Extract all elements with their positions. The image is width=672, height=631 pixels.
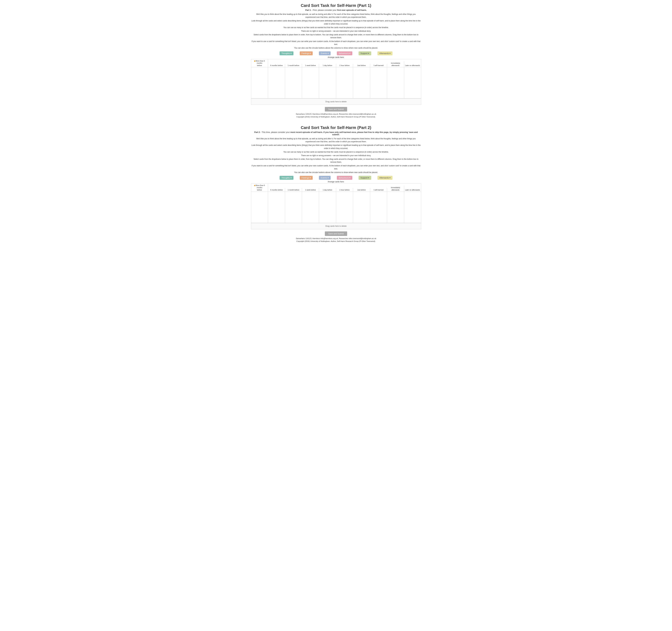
col-header-5: 1 hour before (336, 188, 353, 192)
grid-col-6[interactable] (353, 67, 370, 98)
part2-subtitle-label: Part 2 (254, 131, 260, 133)
part2-title: Card Sort Task for Self-Harm (Part 2) (251, 125, 421, 130)
grid-col-8[interactable] (387, 192, 404, 223)
afterwards-dropdown-1[interactable]: Afterwards ▾ (378, 51, 392, 55)
col-header-4: 1 day before (319, 188, 336, 192)
part1-save-row: Save and Submit (251, 107, 421, 112)
afterwards-dropdown-2[interactable]: Afterwards ▾ (378, 176, 392, 180)
col-label-3: 1 week before (305, 65, 316, 66)
col-header-7: I self-harmed (370, 64, 387, 67)
col-label-8: Immediately afterwards (391, 62, 400, 66)
col-header-4: 1 day before (319, 64, 336, 67)
col-header-7: I self-harmed (370, 188, 387, 192)
col-label-1: 6 months before (270, 189, 283, 191)
col-header-9: Later on afterwards (404, 64, 421, 67)
part1-section: Card Sort Task for Self-Harm (Part 1) Pa… (251, 3, 421, 118)
grid-col-9[interactable] (404, 192, 421, 223)
part2-save-button[interactable]: Save and Submit (325, 231, 347, 236)
col-label-5: 1 hour before (339, 189, 350, 191)
grid-col-3[interactable] (302, 192, 319, 223)
part2-footer2: Copyright (2016) University of Nottingha… (251, 240, 421, 242)
col-label-5: 1 hour before (339, 65, 350, 66)
part1-subtitle-label: Part 1 (305, 9, 311, 11)
grid-col-4[interactable] (319, 67, 336, 98)
col-label-3: 1 week before (305, 189, 316, 191)
thoughts-dropdown-2[interactable]: Thoughts ▾ (280, 176, 293, 180)
part1-delete-box[interactable]: Drag cards here to delete (251, 98, 421, 105)
events-dropdown-2[interactable]: Events ▾ (319, 176, 331, 180)
grid-col-9[interactable] (404, 67, 421, 98)
grid-col-7[interactable] (370, 67, 387, 98)
part1-subtitle: Part 1 - First, please consider your fir… (251, 9, 421, 11)
part2-footer1: Samaritans 116123, Harmless info@harmles… (251, 237, 421, 239)
col-label-6: Just before (357, 65, 366, 66)
col-header-6: Just before (353, 188, 370, 192)
part2-subtitle: Part 2 - This time, please consider your… (251, 131, 421, 136)
part1-instructions: We'd like you to think about the time le… (251, 13, 421, 49)
col-header-1: 6 months before (268, 188, 285, 192)
col-header-1: 6 months before (268, 64, 285, 67)
thoughts-dropdown-1[interactable]: Thoughts ▾ (280, 51, 293, 55)
feelings-dropdown-2[interactable]: Feelings ▾ (300, 176, 313, 180)
part1-title: Card Sort Task for Self-Harm (Part 1) (251, 3, 421, 8)
col-label-4: 1 day before (323, 65, 332, 66)
col-dot-icon (254, 61, 255, 62)
col-label-0: More than 6 months before (256, 60, 265, 66)
grid-col-4[interactable] (319, 192, 336, 223)
part1-dropdown-row: Thoughts ▾Feelings ▾Events ▾Behaviours ▾… (251, 51, 421, 55)
behaviours-dropdown-1[interactable]: Behaviours ▾ (337, 51, 353, 55)
support-dropdown-2[interactable]: Support ▾ (359, 176, 371, 180)
part1-arrange-label: Arrange cards here: (251, 56, 421, 59)
part2-grid[interactable] (251, 192, 421, 223)
grid-col-1[interactable] (268, 192, 285, 223)
col-header-0: More than 6 months before (251, 59, 268, 67)
col-header-6: Just before (353, 64, 370, 67)
grid-col-0[interactable] (251, 192, 268, 223)
part1-save-button[interactable]: Save and Submit (325, 107, 347, 112)
col-dot-icon (254, 185, 255, 186)
col-header-2: 1 month before (285, 64, 302, 67)
col-header-8: Immediately afterwards (387, 61, 404, 67)
behaviours-dropdown-2[interactable]: Behaviours ▾ (337, 176, 353, 180)
grid-col-2[interactable] (285, 67, 302, 98)
col-header-3: 1 week before (302, 188, 319, 192)
grid-col-2[interactable] (285, 192, 302, 223)
part1-timeline-header: More than 6 months before6 months before… (251, 59, 421, 67)
col-header-0: More than 6 months before (251, 184, 268, 192)
part1-footer1: Samaritans 116123, Harmless info@harmles… (251, 113, 421, 115)
grid-col-6[interactable] (353, 192, 370, 223)
part1-grid[interactable] (251, 67, 421, 98)
col-label-7: I self-harmed (374, 65, 384, 66)
events-dropdown-1[interactable]: Events ▾ (319, 51, 331, 55)
grid-col-7[interactable] (370, 192, 387, 223)
col-label-8: Immediately afterwards (391, 187, 400, 191)
col-label-7: I self-harmed (374, 189, 384, 191)
grid-col-5[interactable] (336, 67, 353, 98)
grid-col-0[interactable] (251, 67, 268, 98)
feelings-dropdown-1[interactable]: Feelings ▾ (300, 51, 313, 55)
col-header-9: Later on afterwards (404, 188, 421, 192)
part1-subtitle-bold: first ever episode of self-harm. (337, 9, 367, 11)
col-header-2: 1 month before (285, 188, 302, 192)
part2-dropdown-row: Thoughts ▾Feelings ▾Events ▾Behaviours ▾… (251, 176, 421, 180)
col-label-6: Just before (357, 189, 366, 191)
grid-col-3[interactable] (302, 67, 319, 98)
grid-col-8[interactable] (387, 67, 404, 98)
col-header-5: 1 hour before (336, 64, 353, 67)
col-label-2: 1 month before (288, 65, 299, 66)
col-label-2: 1 month before (288, 189, 299, 191)
col-label-9: Later on afterwards (405, 189, 420, 191)
col-label-4: 1 day before (323, 189, 332, 191)
part2-save-row: Save and Submit (251, 231, 421, 236)
part2-delete-box[interactable]: Drag cards here to delete (251, 223, 421, 229)
part2-timeline-header: More than 6 months before6 months before… (251, 184, 421, 192)
grid-col-5[interactable] (336, 192, 353, 223)
part2-section: Card Sort Task for Self-Harm (Part 2) Pa… (251, 125, 421, 242)
col-header-3: 1 week before (302, 64, 319, 67)
part2-instructions: We'd like you to think about the time le… (251, 137, 421, 174)
grid-col-1[interactable] (268, 67, 285, 98)
support-dropdown-1[interactable]: Support ▾ (359, 51, 371, 55)
col-label-9: Later on afterwards (405, 65, 420, 66)
col-header-8: Immediately afterwards (387, 186, 404, 192)
col-label-1: 6 months before (270, 65, 283, 66)
